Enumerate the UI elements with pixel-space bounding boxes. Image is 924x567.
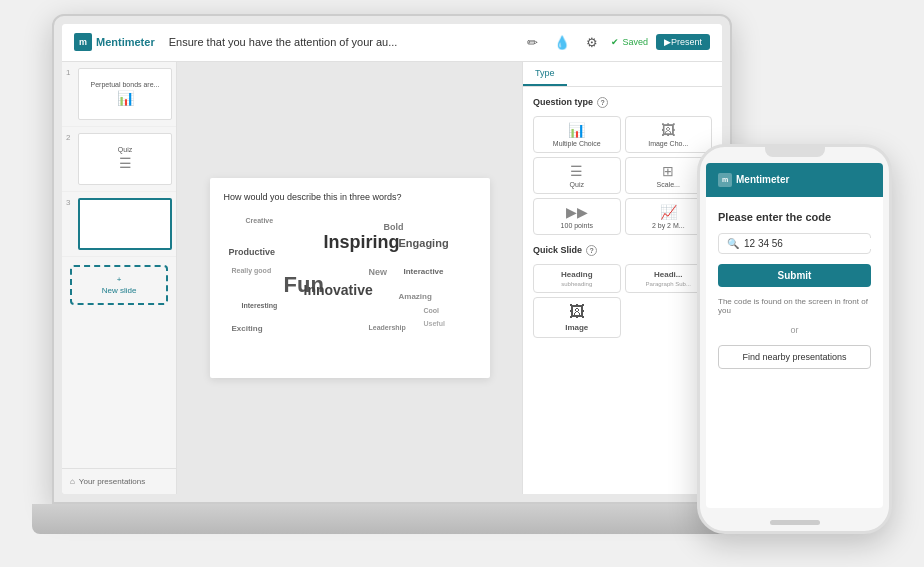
right-panel: Type Question type ? 📊 Multiple Choice [522, 62, 722, 494]
quick-slide-help-icon[interactable]: ? [586, 245, 597, 256]
slide-item-2[interactable]: 2 Quiz ☰ [62, 127, 176, 192]
slide-item-3[interactable]: 3 [62, 192, 176, 257]
tab-type[interactable]: Type [523, 62, 567, 86]
heading2-title: Headi... [654, 270, 682, 279]
phone-notch [765, 147, 825, 157]
mentimeter-logo-text: Mentimeter [96, 36, 155, 48]
laptop: m Mentimeter Ensure that you have the at… [32, 14, 752, 534]
logo-area: m Mentimeter [74, 33, 155, 51]
slide-number-3: 3 [66, 198, 74, 207]
slide-number-1: 1 [66, 68, 74, 77]
word-cloud-word: Bold [384, 222, 404, 232]
present-button[interactable]: ▶Present [656, 34, 710, 50]
word-cloud-word: Leadership [369, 324, 406, 331]
settings-button[interactable]: ⚙ [581, 31, 603, 53]
phone-code-input-wrap[interactable]: 🔍 [718, 233, 871, 254]
panel-tabs: Type [523, 62, 722, 87]
question-type-title: Question type ? [533, 97, 712, 108]
phone-code-input[interactable] [744, 238, 871, 249]
phone-body: Please enter the code 🔍 Submit The code … [706, 197, 883, 508]
new-slide-button[interactable]: + New slide [70, 265, 168, 305]
quick-slide-title: Quick Slide ? [533, 245, 712, 256]
phone-hint-text: The code is found on the screen in front… [718, 297, 871, 315]
word-cloud-word: Cool [424, 307, 440, 314]
saved-badge: ✔ Saved [611, 37, 648, 47]
quiz-label: Quiz [570, 181, 584, 188]
presentations-label: Your presentations [79, 477, 145, 486]
theme-button[interactable]: 💧 [551, 31, 573, 53]
plus-icon: + [117, 275, 122, 284]
image-choice-label: Image Cho... [648, 140, 688, 147]
word-cloud-word: New [369, 267, 388, 277]
phone-screen: m Mentimeter Please enter the code 🔍 Sub… [706, 163, 883, 508]
word-cloud-word: Exciting [232, 324, 263, 333]
word-cloud-word: Interesting [242, 302, 278, 309]
new-slide-label: New slide [102, 286, 137, 295]
slide-editor: How would you describe this in three wor… [177, 62, 522, 494]
phone: m Mentimeter Please enter the code 🔍 Sub… [697, 144, 892, 534]
phone-logo-text: Mentimeter [736, 174, 789, 185]
laptop-screen: m Mentimeter Ensure that you have the at… [62, 24, 722, 494]
phone-submit-button[interactable]: Submit [718, 264, 871, 287]
phone-home-bar [770, 520, 820, 525]
slide-title: Ensure that you have the attention of yo… [169, 36, 522, 48]
slide-thumbnail-1: Perpetual bonds are... 📊 [78, 68, 172, 120]
slide-thumbnail-3 [78, 198, 172, 250]
multiple-choice-label: Multiple Choice [553, 140, 601, 147]
phone-nearby-button[interactable]: Find nearby presentations [718, 345, 871, 369]
heading-sub: subheading [561, 281, 592, 287]
slide-canvas: How would you describe this in three wor… [210, 178, 490, 378]
slide-item-1[interactable]: 1 Perpetual bonds are... 📊 [62, 62, 176, 127]
word-cloud-word: Useful [424, 320, 445, 327]
sidebar: 1 Perpetual bonds are... 📊 2 Quiz ☰ [62, 62, 177, 494]
app-header: m Mentimeter Ensure that you have the at… [62, 24, 722, 62]
question-type-help-icon[interactable]: ? [597, 97, 608, 108]
qs-image[interactable]: 🖼 Image [533, 297, 621, 338]
laptop-body: m Mentimeter Ensure that you have the at… [52, 14, 732, 504]
2by2-label: 2 by 2 M... [652, 222, 685, 229]
word-cloud-word: Interactive [404, 267, 444, 276]
heading-title: Heading [561, 270, 593, 279]
slide-question: How would you describe this in three wor… [224, 192, 476, 202]
phone-search-icon: 🔍 [727, 238, 739, 249]
multiple-choice-icon: 📊 [568, 122, 585, 138]
quiz-icon: ☰ [570, 163, 583, 179]
phone-header: m Mentimeter [706, 163, 883, 197]
slide-label-1: Perpetual bonds are... [91, 81, 160, 88]
image-qs-label: Image [565, 323, 588, 332]
edit-button[interactable]: ✏ [521, 31, 543, 53]
scale-icon: ⊞ [662, 163, 674, 179]
100points-icon: ▶▶ [566, 204, 588, 220]
phone-or-divider: or [718, 325, 871, 335]
qt-quiz[interactable]: ☰ Quiz [533, 157, 621, 194]
qt-multiple-choice[interactable]: 📊 Multiple Choice [533, 116, 621, 153]
quick-slide-grid: Heading subheading Headi... Paragraph Su… [533, 264, 712, 338]
phone-logo-icon: m [718, 173, 732, 187]
slide-thumbnail-2: Quiz ☰ [78, 133, 172, 185]
laptop-base [32, 504, 752, 534]
slide-icon-2: ☰ [119, 155, 132, 171]
home-icon: ⌂ [70, 477, 75, 486]
qs-heading[interactable]: Heading subheading [533, 264, 621, 293]
qt-image-choice[interactable]: 🖼 Image Cho... [625, 116, 713, 153]
panel-section-type: Question type ? 📊 Multiple Choice 🖼 [523, 87, 722, 348]
image-choice-icon: 🖼 [661, 122, 675, 138]
app-main: 1 Perpetual bonds are... 📊 2 Quiz ☰ [62, 62, 722, 494]
phone-enter-code-title: Please enter the code [718, 211, 871, 223]
image-qs-icon: 🖼 [569, 303, 585, 321]
word-cloud-word: Productive [229, 247, 276, 257]
scale-label: Scale... [657, 181, 680, 188]
word-cloud-word: Inspiring [324, 232, 400, 253]
word-cloud: CreativeProductiveReally goodInteresting… [224, 212, 476, 362]
word-cloud-word: Amazing [399, 292, 432, 301]
header-actions: ✏ 💧 ⚙ ✔ Saved ▶Present [521, 31, 710, 53]
word-cloud-word: Really good [232, 267, 272, 274]
heading2-sub: Paragraph Sub... [646, 281, 691, 287]
word-cloud-word: Engaging [399, 237, 449, 249]
2by2-icon: 📈 [660, 204, 677, 220]
100points-label: 100 points [561, 222, 593, 229]
your-presentations-link[interactable]: ⌂ Your presentations [62, 468, 176, 494]
slide-number-2: 2 [66, 133, 74, 142]
word-cloud-word: Creative [246, 217, 274, 224]
qt-100points[interactable]: ▶▶ 100 points [533, 198, 621, 235]
